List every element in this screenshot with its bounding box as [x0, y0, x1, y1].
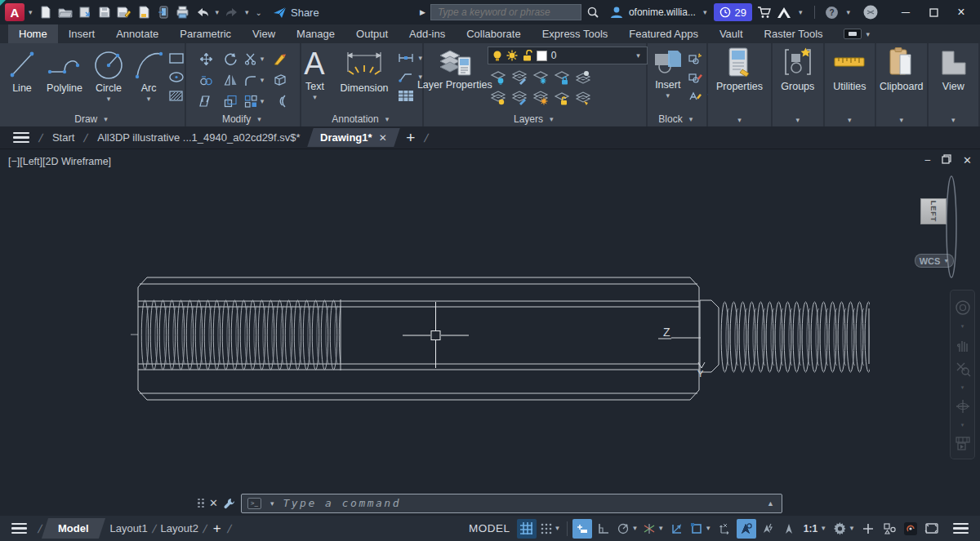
- layer-match-button[interactable]: [511, 70, 528, 85]
- tab-add-ins[interactable]: Add-ins: [399, 24, 456, 43]
- qat-customize-dropdown[interactable]: ⌄: [253, 8, 265, 17]
- save-button[interactable]: [96, 3, 114, 21]
- undo-button[interactable]: [194, 3, 212, 21]
- annotation-panel-title[interactable]: Annotation ▾: [301, 111, 422, 126]
- block-panel-title[interactable]: Block ▾: [648, 111, 706, 126]
- copy-button[interactable]: [199, 74, 213, 86]
- panel-utilities[interactable]: Utilities ▾: [825, 43, 875, 126]
- tab-express-tools[interactable]: Express Tools: [532, 24, 619, 43]
- tab-output[interactable]: Output: [345, 24, 399, 43]
- polyline-button[interactable]: Polyline: [42, 47, 87, 95]
- annotation-monitor-ucs-toggle[interactable]: [715, 519, 735, 539]
- tab-annotate[interactable]: Annotate: [105, 24, 169, 43]
- app-menu-caret[interactable]: ▾: [26, 8, 35, 16]
- maximize-button[interactable]: [920, 2, 947, 23]
- text-flyout-caret[interactable]: ▾: [310, 93, 319, 101]
- trial-days-badge[interactable]: 29: [714, 3, 751, 21]
- command-line-drag-handle[interactable]: [198, 499, 204, 508]
- line-button[interactable]: Line: [3, 47, 41, 95]
- save-as-button[interactable]: [115, 3, 133, 21]
- push-to-mobile-button[interactable]: [154, 3, 172, 21]
- layer-isolate-button[interactable]: [575, 70, 591, 85]
- isometric-drafting-toggle[interactable]: ▼: [641, 519, 666, 539]
- annotation-scale-button[interactable]: 1:1 ▼: [800, 523, 830, 534]
- command-input-field[interactable]: >_ ▾ Type a command ▲: [241, 494, 782, 513]
- trim-button[interactable]: ▾: [244, 52, 267, 65]
- dynamic-input-toggle[interactable]: [572, 519, 592, 539]
- layer-unlock-all-button[interactable]: [554, 91, 570, 105]
- user-name[interactable]: ofonime.willia...: [629, 7, 696, 18]
- command-history-expand-icon[interactable]: ▲: [767, 499, 776, 508]
- customize-status-bar-button[interactable]: [947, 520, 975, 538]
- model-space-indicator[interactable]: MODEL: [469, 522, 510, 534]
- drawing-area[interactable]: [−][Left][2D Wireframe] ‒ ✕ LEFT WCS ▼ ▾…: [0, 149, 980, 516]
- undo-dropdown[interactable]: ▾: [213, 8, 222, 16]
- tab-vault[interactable]: Vault: [709, 24, 754, 43]
- properties-panel-caret[interactable]: ▾: [735, 116, 744, 124]
- user-menu-caret[interactable]: ▾: [701, 8, 710, 16]
- file-tabs-menu-button[interactable]: [7, 129, 36, 147]
- open-from-web-button[interactable]: [76, 3, 94, 21]
- object-snap-toggle[interactable]: ▼: [688, 519, 713, 539]
- object-snap-tracking-toggle[interactable]: [667, 519, 687, 539]
- stretch-button[interactable]: [199, 95, 212, 108]
- ortho-toggle[interactable]: [594, 519, 613, 539]
- ribbon-display-button[interactable]: ▾: [839, 24, 878, 43]
- file-tab-all3dp[interactable]: All3DP illustrative ...1_4940_a02cd29f.s…: [91, 131, 306, 144]
- tab-view[interactable]: View: [242, 24, 286, 43]
- layer-dropdown[interactable]: 0 ▾: [488, 47, 648, 64]
- groups-panel-caret[interactable]: ▾: [794, 116, 803, 124]
- clipboard-panel-caret[interactable]: ▾: [898, 116, 906, 124]
- clean-screen-button[interactable]: [922, 519, 942, 539]
- command-customize-wrench-icon[interactable]: [223, 497, 236, 510]
- isolate-objects-button[interactable]: [880, 519, 899, 539]
- circle-button[interactable]: Circle ▾: [88, 47, 129, 104]
- file-tab-drawing1[interactable]: Drawing1* ✕: [307, 128, 399, 147]
- tab-collaborate[interactable]: Collaborate: [456, 24, 532, 43]
- fillet-button[interactable]: ▾: [244, 74, 267, 86]
- minimize-button[interactable]: ─: [892, 2, 920, 23]
- array-button[interactable]: ▾: [244, 95, 267, 108]
- tab-raster-tools[interactable]: Raster Tools: [754, 24, 834, 43]
- command-prompt-icon[interactable]: >_: [247, 498, 261, 509]
- panel-groups[interactable]: Groups ▾: [773, 43, 822, 126]
- utilities-panel-caret[interactable]: ▾: [845, 116, 854, 124]
- draw-panel-title[interactable]: Draw ▾: [0, 111, 185, 126]
- modify-panel-title[interactable]: Modify ▾: [186, 112, 300, 126]
- tab-manage[interactable]: Manage: [286, 24, 345, 43]
- rotate-button[interactable]: [224, 52, 238, 66]
- text-button[interactable]: A Text ▾: [298, 47, 331, 102]
- move-button[interactable]: [199, 52, 213, 66]
- annotation-scale-sync-toggle[interactable]: [779, 519, 799, 539]
- tab-featured-apps[interactable]: Featured Apps: [618, 24, 709, 43]
- arc-flyout-caret[interactable]: ▾: [145, 95, 154, 103]
- cart-icon[interactable]: [757, 6, 772, 19]
- open-button[interactable]: [56, 3, 74, 21]
- arc-button[interactable]: Arc ▾: [131, 47, 167, 104]
- layout2-tab[interactable]: Layout2: [156, 522, 203, 534]
- mirror-button[interactable]: [224, 73, 238, 86]
- panel-view[interactable]: View ▾: [929, 43, 978, 126]
- scale-button[interactable]: [224, 95, 237, 108]
- insert-block-button[interactable]: Insert ▾: [651, 47, 685, 100]
- plot-button[interactable]: [174, 3, 192, 21]
- circle-flyout-caret[interactable]: ▾: [105, 95, 114, 103]
- dimension-button[interactable]: Dimension: [337, 47, 390, 95]
- redo-button[interactable]: [223, 3, 241, 21]
- save-to-web-button[interactable]: [135, 3, 153, 21]
- close-button[interactable]: ×: [947, 2, 975, 23]
- view-panel-caret[interactable]: ▾: [949, 116, 958, 124]
- annotation-autoscale-toggle[interactable]: [758, 519, 777, 539]
- layer-properties-button[interactable]: Layer Properties: [427, 47, 483, 91]
- layer-thaw-all-button[interactable]: [532, 91, 549, 105]
- tab-home[interactable]: Home: [8, 24, 58, 43]
- redo-dropdown[interactable]: ▾: [243, 8, 252, 16]
- annotation-visibility-toggle[interactable]: [737, 519, 756, 539]
- assistant-icon[interactable]: [862, 4, 879, 20]
- user-avatar-icon[interactable]: [609, 6, 624, 19]
- tab-insert[interactable]: Insert: [58, 24, 106, 43]
- share-button[interactable]: Share: [273, 7, 319, 19]
- tab-parametric[interactable]: Parametric: [169, 24, 242, 43]
- new-document-button[interactable]: [37, 3, 55, 21]
- help-menu-caret[interactable]: ▾: [844, 8, 853, 16]
